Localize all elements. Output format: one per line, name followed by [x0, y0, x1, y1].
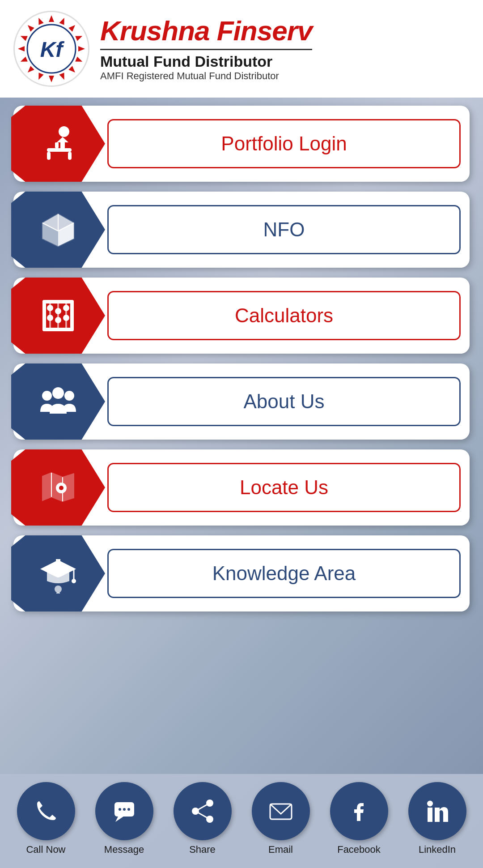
- linkedin-icon: [424, 798, 451, 825]
- svg-marker-42: [115, 817, 123, 822]
- about-us-box: About Us: [107, 377, 461, 426]
- header-text-block: Krushna Finserv Mutual Fund Distributor …: [100, 16, 312, 82]
- svg-point-24: [63, 305, 69, 311]
- chat-icon: [111, 798, 138, 825]
- call-now-label: Call Now: [26, 844, 65, 855]
- svg-point-26: [55, 317, 61, 323]
- calculators-box: Calculators: [107, 291, 461, 340]
- menu-item-portfolio-login[interactable]: Portfolio Login: [13, 106, 470, 182]
- nfo-box: NFO: [107, 205, 461, 254]
- svg-point-43: [119, 808, 121, 811]
- share-icon: [189, 798, 216, 825]
- graduation-icon: [38, 553, 78, 594]
- nfo-hex: [11, 192, 105, 268]
- bottom-nav: Call Now Message: [0, 774, 483, 868]
- menu-item-about-us[interactable]: About Us: [13, 363, 470, 440]
- svg-point-3: [59, 126, 69, 137]
- svg-rect-52: [428, 808, 432, 822]
- svg-line-50: [195, 811, 210, 819]
- svg-point-53: [427, 801, 433, 807]
- person-desk-icon: [38, 124, 78, 164]
- nfo-icon-wrap: [9, 192, 107, 268]
- svg-rect-4: [47, 148, 72, 152]
- header-divider: [100, 49, 312, 50]
- locate-us-hex: [11, 449, 105, 526]
- locate-us-box: Locate Us: [107, 463, 461, 512]
- locate-us-label: Locate Us: [240, 476, 328, 499]
- about-us-label: About Us: [244, 390, 325, 413]
- knowledge-area-icon-wrap: [9, 535, 107, 611]
- abacus-icon: [38, 295, 78, 336]
- about-us-hex: [11, 363, 105, 440]
- company-logo: Kf: [13, 11, 89, 87]
- facebook-button[interactable]: Facebook: [330, 782, 388, 855]
- subtitle-secondary: AMFI Registered Mutual Fund Distributor: [100, 70, 312, 82]
- svg-rect-5: [47, 152, 51, 160]
- svg-point-39: [55, 586, 62, 593]
- svg-rect-20: [57, 300, 59, 331]
- call-now-button[interactable]: Call Now: [17, 782, 75, 855]
- facebook-circle: [330, 782, 388, 840]
- menu-item-nfo[interactable]: NFO: [13, 192, 470, 268]
- svg-point-23: [55, 308, 61, 314]
- linkedin-label: LinkedIn: [419, 844, 456, 855]
- knowledge-area-box: Knowledge Area: [107, 549, 461, 598]
- svg-point-45: [127, 808, 130, 811]
- svg-rect-7: [55, 142, 59, 148]
- locate-us-icon-wrap: [9, 449, 107, 526]
- message-button[interactable]: Message: [95, 782, 153, 855]
- knowledge-area-label: Knowledge Area: [212, 562, 356, 585]
- svg-marker-35: [40, 560, 76, 578]
- svg-line-49: [195, 803, 210, 811]
- svg-point-34: [59, 486, 64, 490]
- svg-rect-6: [68, 152, 72, 160]
- calculators-label: Calculators: [235, 304, 333, 327]
- svg-point-44: [123, 808, 126, 811]
- svg-point-25: [47, 315, 53, 321]
- calculators-hex: [11, 278, 105, 354]
- menu-item-locate-us[interactable]: Locate Us: [13, 449, 470, 526]
- svg-rect-18: [70, 300, 74, 331]
- message-circle: [95, 782, 153, 840]
- app-header: Kf Krushna Finserv Mutual Fund Distribut…: [0, 0, 483, 98]
- portfolio-login-label: Portfolio Login: [221, 133, 347, 155]
- email-circle: [252, 782, 310, 840]
- cube-icon: [38, 210, 78, 250]
- menu-item-calculators[interactable]: Calculators: [13, 278, 470, 354]
- share-label: Share: [189, 844, 216, 855]
- company-name: Krushna Finserv: [100, 16, 312, 46]
- svg-point-28: [42, 391, 52, 401]
- svg-point-22: [47, 305, 53, 311]
- email-label: Email: [268, 844, 293, 855]
- about-us-icon-wrap: [9, 363, 107, 440]
- calculators-icon-wrap: [9, 278, 107, 354]
- nfo-label: NFO: [263, 218, 305, 241]
- email-button[interactable]: Email: [252, 782, 310, 855]
- menu-container: Portfolio Login: [0, 98, 483, 774]
- linkedin-button[interactable]: LinkedIn: [408, 782, 466, 855]
- svg-point-38: [72, 579, 76, 583]
- phone-icon: [33, 798, 59, 825]
- svg-point-27: [63, 315, 69, 321]
- facebook-icon: [346, 798, 373, 825]
- portfolio-login-icon-wrap: [9, 106, 107, 182]
- svg-point-30: [52, 387, 64, 399]
- portfolio-login-box: Portfolio Login: [107, 119, 461, 168]
- call-now-circle: [17, 782, 75, 840]
- svg-rect-36: [56, 559, 60, 562]
- share-button[interactable]: Share: [174, 782, 232, 855]
- people-icon: [38, 381, 78, 422]
- share-circle: [174, 782, 232, 840]
- facebook-label: Facebook: [337, 844, 381, 855]
- map-icon: [38, 467, 78, 508]
- svg-rect-17: [42, 300, 46, 331]
- svg-point-29: [64, 391, 74, 401]
- menu-item-knowledge-area[interactable]: Knowledge Area: [13, 535, 470, 611]
- subtitle-main: Mutual Fund Distributor: [100, 53, 312, 70]
- linkedin-circle: [408, 782, 466, 840]
- knowledge-area-hex: [11, 535, 105, 611]
- message-label: Message: [104, 844, 144, 855]
- portfolio-login-hex: [11, 106, 105, 182]
- svg-text:Kf: Kf: [40, 38, 65, 61]
- svg-rect-40: [56, 592, 60, 594]
